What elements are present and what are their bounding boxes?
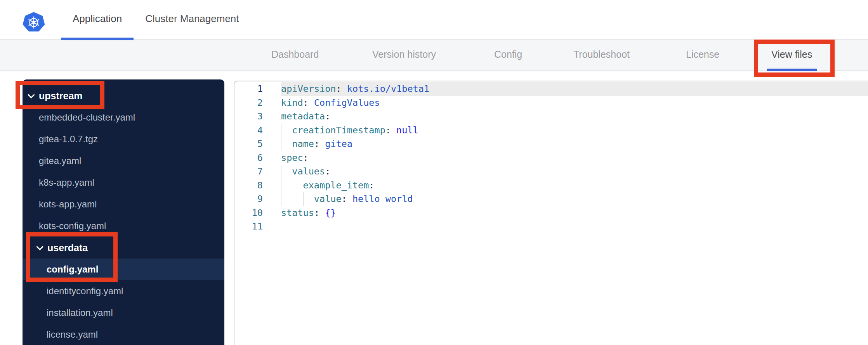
line-number: 4	[234, 124, 281, 138]
top-tab-cluster-management[interactable]: Cluster Management	[134, 0, 250, 40]
line-number: 7	[234, 165, 281, 179]
indent-guide	[281, 179, 292, 193]
code-text: creationTimestamp: null	[281, 124, 868, 138]
app-nav-bar: DashboardVersion historyConfigTroublesho…	[0, 40, 868, 71]
code-text: values:	[281, 165, 868, 179]
token-key: values	[292, 166, 325, 177]
kots-admin-console: ApplicationCluster Management DashboardV…	[0, 0, 868, 345]
token-str: gitea	[325, 138, 352, 149]
code-line: 4creationTimestamp: null	[234, 124, 868, 138]
line-number: 1	[234, 82, 281, 96]
nav-item-license[interactable]: License	[686, 40, 719, 71]
code-text: name: gitea	[281, 137, 868, 151]
nav-item-dashboard[interactable]: Dashboard	[271, 40, 319, 71]
token-key: spec	[281, 152, 303, 163]
file-row-k8s-app.yaml[interactable]: k8s-app.yaml	[23, 172, 224, 193]
file-row-gitea.yaml[interactable]: gitea.yaml	[23, 150, 224, 172]
file-label: config.yaml	[47, 264, 98, 275]
code-line: 6spec:	[234, 151, 868, 165]
file-row-kots-config.yaml[interactable]: kots-config.yaml	[23, 215, 224, 237]
file-row-gitea-1.0.7.tgz[interactable]: gitea-1.0.7.tgz	[23, 128, 224, 150]
nav-item-config[interactable]: Config	[494, 40, 522, 71]
code-text: spec:	[281, 151, 868, 165]
token-plain: :	[342, 193, 352, 204]
code-text: apiVersion: kots.io/v1beta1	[281, 82, 868, 96]
chevron-down-icon	[36, 243, 43, 250]
token-key: status	[281, 207, 314, 218]
file-row-identityconfig.yaml[interactable]: identityconfig.yaml	[23, 280, 224, 302]
ship-wheel-icon	[27, 16, 40, 29]
code-line: 9value: hello world	[234, 192, 868, 206]
code-line: 1apiVersion: kots.io/v1beta1	[234, 82, 868, 96]
code-text	[281, 220, 868, 234]
token-str: ConfigValues	[314, 97, 380, 108]
file-content-editor[interactable]: 1apiVersion: kots.io/v1beta12kind: Confi…	[234, 81, 868, 345]
file-label: identityconfig.yaml	[47, 286, 123, 297]
token-key: kind	[281, 97, 303, 108]
line-number: 11	[234, 220, 281, 234]
line-number: 2	[234, 96, 281, 110]
file-label: installation.yaml	[47, 307, 113, 318]
folder-row-upstream[interactable]: upstream	[23, 85, 224, 107]
indent-guide	[303, 192, 314, 206]
kubernetes-logo-icon[interactable]	[23, 12, 45, 33]
line-number: 10	[234, 206, 281, 220]
folder-label: userdata	[47, 242, 88, 254]
indent-guide	[281, 124, 292, 138]
file-label: license.yaml	[47, 329, 98, 340]
token-plain: :	[369, 180, 374, 191]
token-str: kots.io/v1beta1	[347, 83, 429, 94]
top-tab-application[interactable]: Application	[61, 0, 134, 40]
file-row-license.yaml[interactable]: license.yaml	[23, 324, 224, 345]
code-line: 3metadata:	[234, 110, 868, 124]
indent-guide	[281, 165, 292, 179]
indent-guide	[292, 192, 303, 206]
file-row-kots-app.yaml[interactable]: kots-app.yaml	[23, 193, 224, 215]
chevron-down-icon	[28, 91, 35, 98]
code-line: 8example_item:	[234, 179, 868, 193]
token-key: example_item	[303, 180, 369, 191]
file-label: gitea-1.0.7.tgz	[39, 134, 98, 145]
file-label: kots-config.yaml	[39, 221, 106, 231]
top-tabs: ApplicationCluster Management	[61, 0, 251, 40]
token-plain: :	[303, 97, 314, 108]
file-row-installation.yaml[interactable]: installation.yaml	[23, 302, 224, 324]
indent-guide	[281, 137, 292, 151]
indent-guide	[292, 179, 303, 193]
token-key: apiVersion	[281, 83, 336, 94]
nav-item-troubleshoot[interactable]: Troubleshoot	[573, 40, 630, 71]
line-number: 6	[234, 151, 281, 165]
code-line: 11	[234, 220, 868, 234]
token-plain: :	[314, 207, 325, 218]
token-key: name	[292, 138, 314, 149]
line-number: 5	[234, 137, 281, 151]
file-label: gitea.yaml	[39, 155, 81, 166]
token-const: null	[396, 125, 418, 136]
line-number: 9	[234, 192, 281, 206]
code-text: example_item:	[281, 179, 868, 193]
file-label: kots-app.yaml	[39, 199, 97, 210]
token-plain: :	[303, 152, 309, 163]
file-row-config.yaml[interactable]: config.yaml	[23, 259, 224, 280]
nav-item-view-files[interactable]: View files	[767, 40, 817, 71]
code-line: 2kind: ConfigValues	[234, 96, 868, 110]
token-str: hello world	[352, 193, 413, 204]
top-header-bar: ApplicationCluster Management	[0, 0, 868, 40]
token-key: creationTimestamp	[292, 125, 385, 136]
nav-item-version-history[interactable]: Version history	[372, 40, 436, 71]
token-const: {}	[325, 207, 336, 218]
token-plain: :	[336, 83, 347, 94]
file-row-embedded-cluster.yaml[interactable]: embedded-cluster.yaml	[23, 107, 224, 128]
file-label: k8s-app.yaml	[39, 177, 94, 188]
code-text: kind: ConfigValues	[281, 96, 868, 110]
token-key: value	[314, 193, 342, 204]
code-text: status: {}	[281, 206, 868, 220]
folder-row-userdata[interactable]: userdata	[23, 237, 224, 259]
indent-guide	[281, 192, 292, 206]
file-tree-sidebar[interactable]: upstreamembedded-cluster.yamlgitea-1.0.7…	[23, 79, 224, 345]
token-key: metadata	[281, 111, 325, 122]
token-plain: :	[325, 166, 330, 177]
line-number: 8	[234, 179, 281, 193]
code-line: 10status: {}	[234, 206, 868, 220]
file-label: embedded-cluster.yaml	[39, 112, 135, 123]
